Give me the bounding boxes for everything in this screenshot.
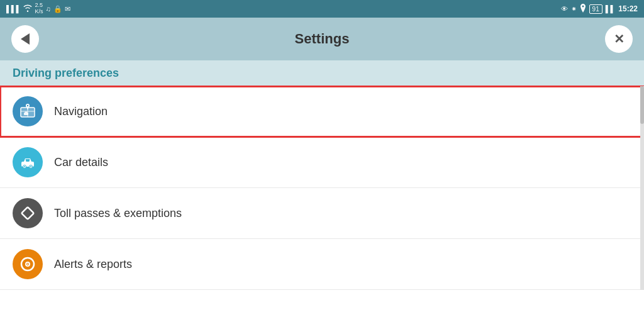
signal-icon: ▌▌▌ (6, 5, 21, 13)
alert-icon (19, 255, 36, 273)
signal-bars-icon: ▌▌ (606, 5, 616, 13)
time-label: 15:22 (618, 4, 638, 13)
list-item-alerts[interactable]: Alerts & reports (0, 239, 644, 290)
mail-icon: ✉ (65, 5, 70, 13)
svg-point-5 (27, 105, 28, 106)
section-header-driving: Driving preferences (0, 60, 644, 86)
car-icon (19, 153, 36, 171)
speed-label: 2.5K/s (35, 3, 43, 15)
car-details-icon-circle (13, 147, 43, 177)
location-icon (580, 4, 586, 14)
svg-point-12 (30, 166, 31, 167)
list-item-car-details[interactable]: Car details (0, 137, 644, 188)
scrollbar-thumb[interactable] (640, 86, 644, 124)
back-button[interactable] (11, 25, 39, 53)
alerts-icon-circle (13, 249, 43, 279)
svg-rect-13 (21, 207, 34, 219)
battery-icon: 91 (589, 4, 602, 14)
app-header: Settings ✕ (0, 18, 644, 60)
status-bar-left: ▌▌▌ 2.5K/s ♫ 🔒 ✉ (6, 3, 70, 15)
menu-list: Navigation Car details (0, 86, 644, 290)
car-details-label: Car details (54, 156, 108, 169)
svg-rect-7 (25, 112, 28, 113)
wifi-icon (23, 4, 32, 13)
bluetooth-icon: ⁕ (571, 5, 577, 13)
navigation-icon (19, 103, 36, 120)
toll-passes-label: Toll passes & exemptions (54, 207, 182, 220)
page-title: Settings (39, 31, 605, 47)
svg-rect-6 (24, 113, 28, 115)
navigation-icon-circle (13, 96, 43, 126)
svg-point-16 (27, 264, 28, 265)
close-icon: ✕ (614, 31, 625, 47)
close-button[interactable]: ✕ (605, 25, 633, 53)
eye-icon: 👁 (561, 5, 568, 13)
navigation-label: Navigation (54, 105, 108, 118)
list-item-toll-passes[interactable]: Toll passes & exemptions (0, 188, 644, 239)
status-bar-right: 👁 ⁕ 91 ▌▌ 15:22 (561, 4, 638, 14)
diamond-icon (19, 204, 36, 222)
list-item-navigation[interactable]: Navigation (0, 86, 644, 137)
lock-icon: 🔒 (53, 5, 62, 13)
settings-list: Navigation Car details (0, 86, 644, 290)
svg-point-10 (24, 166, 25, 167)
scrollbar-track[interactable] (640, 86, 644, 290)
alerts-label: Alerts & reports (54, 258, 132, 271)
back-arrow-icon (21, 33, 30, 45)
status-bar: ▌▌▌ 2.5K/s ♫ 🔒 ✉ 👁 ⁕ 91 ▌▌ 15:22 (0, 0, 644, 18)
toll-passes-icon-circle (13, 198, 43, 228)
spotify-icon: ♫ (45, 5, 50, 13)
